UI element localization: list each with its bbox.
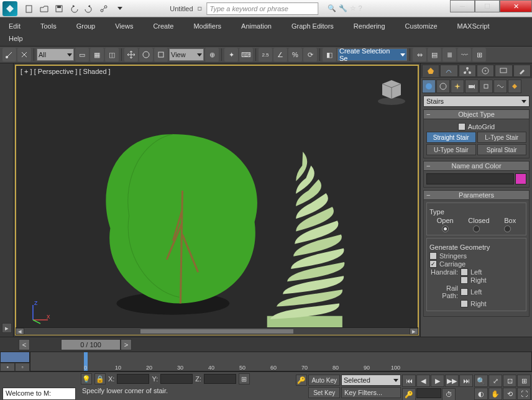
mirror-icon[interactable]: ⇔ [413, 48, 426, 61]
geometry-category-icon[interactable] [422, 80, 436, 93]
trackbar-mini-2-icon[interactable]: ▫ [15, 363, 30, 371]
orbit-icon[interactable]: ⟲ [503, 388, 516, 400]
viewport-scrollbar[interactable]: ◂ ▸ [16, 327, 418, 335]
percent-snap-icon[interactable]: % [288, 48, 302, 61]
time-slider[interactable]: < 0 / 100 > [0, 337, 532, 352]
script-listener[interactable]: Welcome to M: [2, 388, 76, 400]
create-tab-icon[interactable] [422, 65, 439, 77]
auto-key-button[interactable]: Auto Key [308, 375, 340, 386]
timeslider-handle[interactable]: 0 / 100 [61, 339, 121, 350]
object-name-input[interactable] [426, 173, 514, 184]
zoom-icon[interactable]: 🔍 [474, 375, 488, 387]
snap-toggle-icon[interactable]: 2.5 [259, 48, 272, 61]
straight-stair-button[interactable]: Straight Stair [426, 132, 476, 143]
helpers-category-icon[interactable] [479, 80, 493, 93]
qat-link-icon[interactable] [97, 2, 111, 16]
named-sel-icon[interactable]: ◧ [323, 48, 336, 61]
select-by-name-icon[interactable]: ▦ [90, 48, 104, 61]
scroll-right-icon[interactable]: ▸ [410, 328, 418, 335]
align-icon[interactable]: ▤ [428, 48, 441, 61]
pan-icon[interactable]: ✋ [488, 388, 502, 400]
qat-open-icon[interactable] [37, 2, 51, 16]
name-color-rollout-header[interactable]: −Name and Color [423, 161, 530, 171]
select-object-icon[interactable]: ▭ [75, 48, 89, 61]
motion-tab-icon[interactable] [477, 65, 494, 77]
type-closed-radio[interactable] [473, 225, 480, 232]
lock-selection-icon[interactable]: 💡 [81, 373, 92, 384]
time-config-icon[interactable]: ⏱ [442, 388, 456, 400]
help-icon[interactable]: ? [359, 4, 362, 12]
systems-category-icon[interactable] [508, 80, 521, 93]
parameters-rollout-header[interactable]: −Parameters [423, 190, 530, 200]
viewport-perspective[interactable]: [ + ] [ Perspective ] [ Shaded ] [15, 65, 419, 335]
app-icon[interactable] [2, 1, 17, 16]
z-coord-input[interactable] [204, 374, 236, 384]
l-type-stair-button[interactable]: L-Type Stair [477, 132, 527, 143]
railpath-left-checkbox[interactable] [461, 288, 468, 296]
grid-icon[interactable]: ⊞ [239, 373, 250, 384]
handrail-right-checkbox[interactable] [461, 276, 468, 284]
current-frame-input[interactable] [416, 388, 441, 398]
zoom-all-icon[interactable]: ⤢ [488, 375, 502, 387]
key-mode-icon[interactable]: 🔑 [296, 375, 307, 386]
trackbar-mini-1-icon[interactable]: ▪ [0, 363, 15, 371]
prev-frame-icon[interactable]: ◀ [416, 375, 430, 387]
cameras-category-icon[interactable] [465, 80, 479, 93]
railpath-right-checkbox[interactable] [461, 300, 468, 307]
x-coord-input[interactable] [117, 374, 149, 384]
unlink-icon[interactable] [17, 48, 31, 61]
display-tab-icon[interactable] [495, 65, 512, 77]
qat-undo-icon[interactable] [67, 2, 81, 16]
stringers-checkbox[interactable] [429, 252, 437, 260]
goto-end-icon[interactable]: ⏭ [459, 375, 473, 387]
rotate-icon[interactable] [139, 48, 153, 61]
menu-edit[interactable]: Edit [5, 21, 24, 31]
close-button[interactable]: ✕ [500, 0, 532, 12]
scroll-thumb[interactable] [140, 329, 294, 334]
zoom-extents-all-icon[interactable]: ⊞ [517, 375, 531, 387]
menu-maxscript[interactable]: MAXScript [454, 21, 493, 31]
modify-tab-icon[interactable] [440, 65, 457, 77]
menu-modifiers[interactable]: Modifiers [190, 21, 225, 31]
scroll-left-icon[interactable]: ◂ [16, 328, 24, 335]
type-open-radio[interactable] [442, 225, 449, 232]
maximize-viewport-icon[interactable]: ⛶ [517, 388, 531, 400]
menu-group[interactable]: Group [73, 21, 99, 31]
next-frame-icon[interactable]: ▶▶ [445, 375, 459, 387]
star-icon[interactable]: ☆ [350, 4, 356, 12]
maximize-button[interactable]: ☐ [475, 0, 500, 12]
binoculars-icon[interactable]: 🔍 [328, 4, 336, 12]
schematic-icon[interactable]: ⊞ [472, 48, 486, 61]
category-dropdown[interactable]: Stairs [423, 96, 530, 107]
scale-icon[interactable] [154, 48, 168, 61]
viewport-toggle-icon[interactable]: ▸ [2, 323, 12, 333]
curve-editor-icon[interactable]: 〰 [457, 48, 471, 61]
qat-save-icon[interactable] [52, 2, 66, 16]
isolate-icon[interactable]: 🔒 [94, 373, 106, 384]
keyboard-shortcut-icon[interactable]: ⌨ [239, 48, 253, 61]
u-type-stair-button[interactable]: U-Type Stair [426, 144, 476, 155]
qat-dropdown-icon[interactable] [112, 2, 126, 16]
key-filters-button[interactable]: Key Filters... [341, 387, 401, 398]
object-type-rollout-header[interactable]: −Object Type [423, 109, 530, 119]
set-key-button[interactable]: Set Key [308, 387, 340, 398]
goto-start-icon[interactable]: ⏮ [402, 375, 416, 387]
fov-icon[interactable]: ◐ [474, 388, 488, 400]
timeslider-next-icon[interactable]: > [121, 339, 132, 350]
play-icon[interactable]: ▶ [431, 375, 444, 387]
trackbar-swatch[interactable] [0, 352, 30, 363]
lights-category-icon[interactable] [451, 80, 464, 93]
carriage-checkbox[interactable]: ✓ [429, 260, 437, 268]
timeslider-prev-icon[interactable]: < [19, 339, 30, 350]
zoom-extents-icon[interactable]: ⊡ [503, 375, 516, 387]
manipulate-icon[interactable]: ✦ [224, 48, 238, 61]
menu-create[interactable]: Create [149, 21, 177, 31]
shapes-category-icon[interactable] [436, 80, 450, 93]
qat-redo-icon[interactable] [82, 2, 96, 16]
type-box-radio[interactable] [504, 225, 511, 232]
angle-snap-icon[interactable]: ∠ [273, 48, 287, 61]
help-search-input[interactable]: Type a keyword or phrase [207, 2, 319, 15]
menu-customize[interactable]: Customize [401, 21, 441, 31]
selection-set-dropdown[interactable]: Create Selection Se [337, 48, 407, 61]
menu-graph-editors[interactable]: Graph Editors [288, 21, 337, 31]
